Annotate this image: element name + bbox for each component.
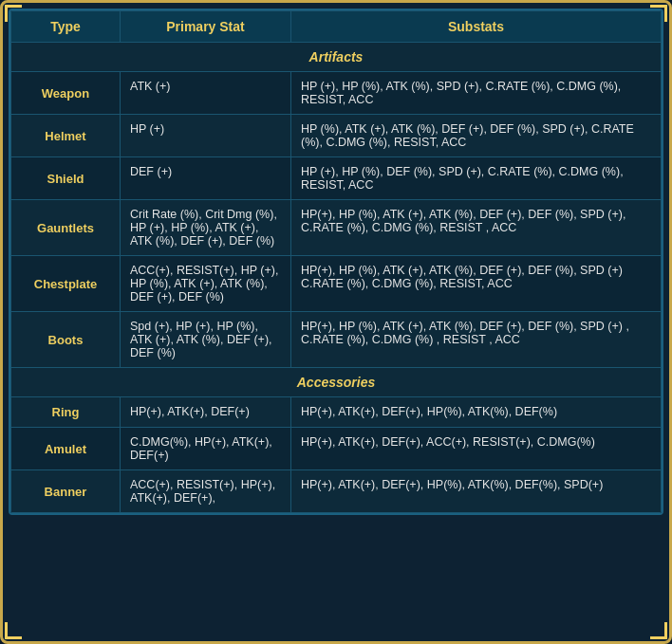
- substats-cell: HP(+), ATK(+), DEF(+), HP(%), ATK(%), DE…: [291, 397, 662, 428]
- section-label-accessories: Accessories: [11, 368, 662, 397]
- primary-stat-cell: DEF (+): [121, 157, 291, 200]
- type-cell: Boots: [11, 312, 121, 368]
- substats-cell: HP(+), ATK(+), DEF(+), HP(%), ATK(%), DE…: [291, 470, 662, 513]
- type-cell: Ring: [11, 397, 121, 428]
- table-row: GauntletsCrit Rate (%), Crit Dmg (%), HP…: [11, 200, 662, 256]
- table-row: AmuletC.DMG(%), HP(+), ATK(+), DEF(+)HP(…: [11, 428, 662, 470]
- substats-cell: HP(+), HP (%), ATK (+), ATK (%), DEF (+)…: [291, 312, 662, 368]
- primary-stat-cell: HP (+): [121, 115, 291, 157]
- type-cell: Banner: [11, 470, 121, 513]
- primary-stat-cell: ATK (+): [121, 72, 291, 115]
- primary-stat-cell: C.DMG(%), HP(+), ATK(+), DEF(+): [121, 428, 291, 470]
- section-label-artifacts: Artifacts: [11, 43, 662, 72]
- type-cell: Weapon: [11, 72, 121, 115]
- corner-tr: [650, 5, 667, 22]
- table-header-row: Type Primary Stat Substats: [11, 11, 662, 43]
- section-header-accessories: Accessories: [11, 368, 662, 397]
- type-cell: Amulet: [11, 428, 121, 470]
- inner-frame: Type Primary Stat Substats ArtifactsWeap…: [9, 9, 663, 515]
- type-cell: Gauntlets: [11, 200, 121, 256]
- type-cell: Chestplate: [11, 256, 121, 312]
- primary-stat-cell: Crit Rate (%), Crit Dmg (%), HP (+), HP …: [121, 200, 291, 256]
- col-header-primary: Primary Stat: [121, 11, 291, 43]
- table-row: WeaponATK (+)HP (+), HP (%), ATK (%), SP…: [11, 72, 662, 115]
- primary-stat-cell: ACC(+), RESIST(+), HP(+), ATK(+), DEF(+)…: [121, 470, 291, 513]
- col-header-substats: Substats: [291, 11, 662, 43]
- substats-cell: HP (+), HP (%), ATK (%), SPD (+), C.RATE…: [291, 72, 662, 115]
- corner-br: [650, 622, 667, 639]
- table-row: HelmetHP (+)HP (%), ATK (+), ATK (%), DE…: [11, 115, 662, 157]
- col-header-type: Type: [11, 11, 121, 43]
- table-row: RingHP(+), ATK(+), DEF(+)HP(+), ATK(+), …: [11, 397, 662, 428]
- table-row: ChestplateACC(+), RESIST(+), HP (+), HP …: [11, 256, 662, 312]
- substats-cell: HP(+), HP (%), ATK (+), ATK (%), DEF (+)…: [291, 200, 662, 256]
- primary-stat-cell: ACC(+), RESIST(+), HP (+), HP (%), ATK (…: [121, 256, 291, 312]
- type-cell: Shield: [11, 157, 121, 200]
- substats-cell: HP(+), HP (%), ATK (+), ATK (%), DEF (+)…: [291, 256, 662, 312]
- type-cell: Helmet: [11, 115, 121, 157]
- substats-cell: HP (+), HP (%), DEF (%), SPD (+), C.RATE…: [291, 157, 662, 200]
- primary-stat-cell: Spd (+), HP (+), HP (%), ATK (+), ATK (%…: [121, 312, 291, 368]
- outer-frame: Type Primary Stat Substats ArtifactsWeap…: [0, 0, 672, 644]
- table-row: BootsSpd (+), HP (+), HP (%), ATK (+), A…: [11, 312, 662, 368]
- stats-table: Type Primary Stat Substats ArtifactsWeap…: [10, 10, 662, 513]
- substats-cell: HP (%), ATK (+), ATK (%), DEF (+), DEF (…: [291, 115, 662, 157]
- section-header-artifacts: Artifacts: [11, 43, 662, 72]
- table-row: ShieldDEF (+)HP (+), HP (%), DEF (%), SP…: [11, 157, 662, 200]
- corner-bl: [5, 622, 22, 639]
- corner-tl: [5, 5, 22, 22]
- table-row: BannerACC(+), RESIST(+), HP(+), ATK(+), …: [11, 470, 662, 513]
- substats-cell: HP(+), ATK(+), DEF(+), ACC(+), RESIST(+)…: [291, 428, 662, 470]
- primary-stat-cell: HP(+), ATK(+), DEF(+): [121, 397, 291, 428]
